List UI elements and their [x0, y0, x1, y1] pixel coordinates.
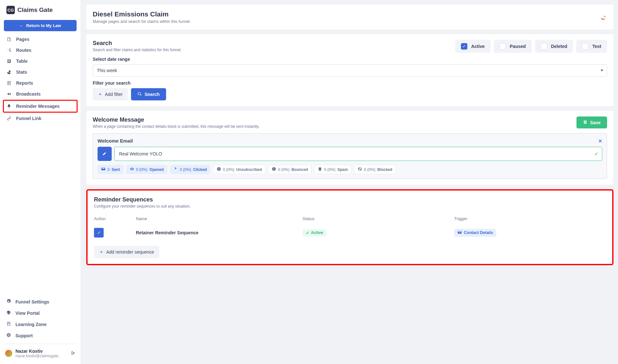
- welcome-card: Welcome Message When a page containing t…: [86, 111, 613, 185]
- stat-blocked: 0 (0%) Blocked: [354, 165, 396, 174]
- lifebuoy-icon: [6, 333, 11, 338]
- page-header-card: Diesel Emissions Claim Manage pages and …: [86, 5, 613, 30]
- nav-broadcasts[interactable]: Broadcasts: [4, 89, 77, 99]
- nav-reports[interactable]: Reports: [4, 78, 77, 89]
- user-box: Nazar Kostiv nazar.kostiv@claimsgate..: [4, 347, 77, 360]
- table-row: ⤢ Retainer Reminder Sequence ✓Active Con…: [94, 225, 606, 241]
- trash-icon: [318, 167, 322, 172]
- brand-name: Claims Gate: [17, 6, 53, 14]
- nav-view-portal[interactable]: View Portal: [4, 307, 77, 319]
- add-sequence-button[interactable]: ＋Add reminder sequence: [94, 246, 159, 258]
- status-deleted[interactable]: Deleted: [535, 40, 573, 53]
- expand-icon: ⤢: [97, 230, 100, 235]
- nav-support[interactable]: Support: [4, 330, 77, 341]
- nav-reminder-messages[interactable]: Reminder Messages: [3, 100, 78, 113]
- status-paused[interactable]: Paused: [494, 40, 532, 53]
- page-subtitle: Manage pages and search for claims withi…: [93, 19, 191, 24]
- plus-icon: ＋: [99, 249, 104, 255]
- link-icon: [6, 116, 12, 121]
- close-icon[interactable]: ✕: [598, 138, 602, 144]
- welcome-email-panel: Welcome Email ✕ ✓ 0 Sent 0 (0%) Opened 0…: [93, 133, 607, 179]
- user-name: Nazar Kostiv: [15, 349, 68, 354]
- nav-funnel-settings[interactable]: Funnel Settings: [4, 296, 77, 307]
- stat-unsubscribed: 0 (0%) Unsubscribed: [213, 165, 266, 174]
- eye-icon: [130, 167, 134, 172]
- gear-icon: [6, 299, 11, 304]
- main-content: Diesel Emissions Claim Manage pages and …: [80, 0, 618, 364]
- return-button[interactable]: ← Return to My Law: [4, 20, 77, 31]
- nav-pages[interactable]: Pages: [4, 34, 77, 45]
- mail-icon: [101, 167, 106, 172]
- col-name: Name: [136, 216, 303, 221]
- save-button[interactable]: Save: [576, 117, 607, 128]
- check-icon: ✓: [595, 151, 598, 156]
- nav-bottom: Funnel Settings View Portal Learning Zon…: [4, 296, 77, 341]
- nav-routes[interactable]: Routes: [4, 45, 77, 56]
- col-status: Status: [303, 216, 454, 221]
- ban-icon: [358, 167, 362, 172]
- avatar: [5, 350, 12, 357]
- page-title: Diesel Emissions Claim: [93, 10, 191, 18]
- check-circle-icon: ✓: [306, 230, 309, 235]
- welcome-subtitle: When a page containing the contact detai…: [93, 124, 259, 129]
- welcome-email-title: Welcome Email: [98, 138, 133, 144]
- logout-icon[interactable]: [71, 351, 75, 356]
- minus-circle-icon: [217, 167, 221, 172]
- status-filters: ✓Active Paused Deleted Test: [455, 40, 607, 53]
- checkbox-icon: [500, 43, 506, 50]
- arrow-left-icon: ←: [19, 23, 23, 28]
- sequences-card: Reminder Sequences Configure your remind…: [86, 189, 613, 265]
- book-icon: [6, 322, 11, 327]
- search-title: Search: [93, 40, 182, 47]
- date-range-select-wrap: This week: [93, 64, 607, 77]
- stat-opened: 0 (0%) Opened: [126, 165, 167, 174]
- bell-icon: [6, 104, 12, 108]
- edit-email-button[interactable]: [98, 147, 112, 161]
- stat-bounced: 0 (0%) Bounced: [268, 165, 312, 174]
- search-icon: [137, 92, 142, 97]
- nav-funnel-link[interactable]: Funnel Link: [4, 113, 77, 124]
- globe-icon: [6, 310, 11, 316]
- col-trigger: Trigger: [454, 216, 606, 221]
- pencil-icon: [102, 151, 107, 157]
- add-filter-button[interactable]: ＋Add filter: [93, 88, 128, 100]
- welcome-title: Welcome Message: [93, 117, 259, 123]
- welcome-email-input[interactable]: [114, 147, 602, 161]
- report-icon: [6, 81, 12, 85]
- stat-sent: 0 Sent: [98, 165, 124, 174]
- sequences-table: Action Name Status Trigger ⤢ Retainer Re…: [94, 213, 606, 241]
- row-name: Retainer Reminder Sequence: [136, 230, 303, 235]
- nav-learning-zone[interactable]: Learning Zone: [4, 319, 77, 330]
- search-button[interactable]: Search: [131, 88, 166, 100]
- col-action: Action: [94, 216, 136, 221]
- filter-label: Filter your search: [93, 80, 607, 86]
- cursor-icon: [173, 167, 178, 172]
- status-test[interactable]: Test: [576, 40, 607, 53]
- search-subtitle: Search and filter claims and statistics …: [93, 48, 182, 52]
- sequences-subtitle: Configure your reminder sequences to sui…: [94, 204, 606, 209]
- date-range-label: Select date range: [93, 57, 607, 62]
- file-icon: [6, 37, 12, 42]
- brand-logo: CG Claims Gate: [4, 6, 77, 20]
- table-icon: [6, 59, 12, 63]
- divider: [4, 344, 77, 344]
- trigger-badge: Contact Details: [454, 229, 496, 237]
- date-range-select[interactable]: This week: [93, 64, 607, 77]
- sequences-title: Reminder Sequences: [94, 196, 606, 203]
- expand-button[interactable]: ⤢: [94, 228, 104, 238]
- checkbox-icon: [582, 43, 588, 50]
- stat-clicked: 0 (0%) Clicked: [170, 165, 211, 174]
- nav-main: Pages Routes Table Stats Reports Broadca…: [4, 34, 77, 296]
- brand-badge: CG: [6, 6, 15, 14]
- info-icon: [272, 167, 276, 172]
- chart-pie-icon: [6, 70, 12, 74]
- user-email: nazar.kostiv@claimsgate..: [15, 354, 68, 358]
- save-icon: [583, 120, 587, 125]
- nav-table[interactable]: Table: [4, 56, 77, 67]
- mail-icon: [457, 230, 462, 236]
- nav-stats[interactable]: Stats: [4, 67, 77, 78]
- email-stats: 0 Sent 0 (0%) Opened 0 (0%) Clicked 0 (0…: [98, 165, 602, 174]
- status-active[interactable]: ✓Active: [455, 40, 491, 53]
- status-badge: ✓Active: [303, 229, 326, 237]
- checkbox-icon: [541, 43, 547, 50]
